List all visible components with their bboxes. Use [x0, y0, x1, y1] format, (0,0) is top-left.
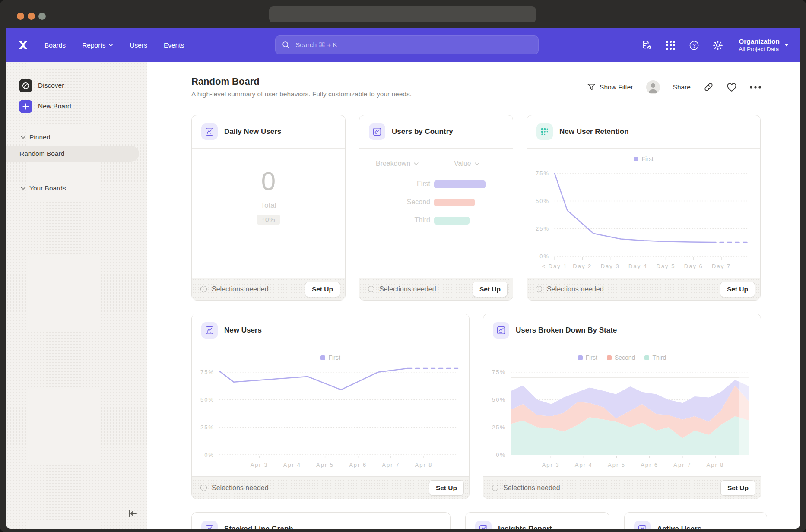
card-title: Daily New Users: [224, 127, 281, 136]
sidebar-item-new-board[interactable]: New Board: [19, 99, 147, 114]
card-title: Users by Country: [392, 127, 453, 136]
svg-text:Apr 6: Apr 6: [641, 462, 658, 468]
collapse-sidebar-icon[interactable]: [127, 509, 138, 518]
chevron-down-icon: [414, 162, 419, 165]
board-header: Random Board A high-level summary of use…: [191, 76, 761, 98]
sidebar-item-discover[interactable]: Discover: [19, 78, 147, 93]
chevron-down-icon: [21, 136, 25, 139]
breakdown-dropdown[interactable]: Breakdown: [376, 160, 419, 168]
chevron-down-icon: [475, 162, 479, 165]
area-chart-canvas: 75%50%25%0%Apr 3Apr 4Apr 5Apr 6Apr 7Apr …: [483, 347, 761, 477]
window-chrome: [0, 0, 806, 28]
plus-icon: [19, 100, 32, 113]
main-content: Random Board A high-level summary of use…: [147, 62, 800, 529]
card-body: BreakdownValueFirstSecondThird: [359, 149, 513, 279]
apps-grid-icon[interactable]: [665, 40, 676, 51]
sidebar-section-pinned[interactable]: Pinned: [21, 133, 147, 141]
line-chart-icon: [369, 124, 385, 140]
page-title: Random Board: [191, 76, 412, 87]
svg-text:Apr 5: Apr 5: [608, 462, 625, 468]
svg-text:0%: 0%: [496, 452, 506, 458]
svg-text:Day 7: Day 7: [712, 263, 731, 269]
nav-item-users[interactable]: Users: [130, 41, 147, 49]
card-header: Users by Country: [359, 115, 513, 149]
card-header: New User Retention: [527, 115, 760, 149]
svg-text:Apr 8: Apr 8: [707, 462, 724, 468]
status-text: Selections needed: [547, 285, 604, 293]
line-chart-icon: [201, 322, 218, 339]
status-text: Selections needed: [212, 484, 269, 492]
setup-button[interactable]: Set Up: [473, 282, 508, 297]
svg-text:Day 6: Day 6: [684, 263, 703, 269]
mixpanel-logo-icon[interactable]: [17, 39, 29, 51]
board-title-block: Random Board A high-level summary of use…: [191, 76, 412, 98]
traffic-light-minimize[interactable]: [28, 13, 35, 20]
value-dropdown[interactable]: Value: [454, 160, 479, 168]
svg-text:Day 4: Day 4: [628, 263, 647, 269]
status-text: Selections needed: [379, 285, 436, 293]
navbar-right: ? Organization All Project Data: [641, 37, 789, 53]
svg-text:Apr 3: Apr 3: [251, 462, 268, 468]
section-label: Pinned: [29, 133, 50, 141]
svg-text:25%: 25%: [536, 225, 549, 232]
traffic-light-zoom[interactable]: [38, 13, 46, 20]
chevron-down-icon: [21, 187, 25, 190]
org-project: All Project Data: [739, 46, 780, 53]
status-text: Selections needed: [503, 484, 560, 492]
card-footer: Selections neededSet Up: [192, 278, 345, 300]
setup-button[interactable]: Set Up: [305, 282, 340, 297]
sidebar-item-random-board[interactable]: Random Board: [6, 146, 139, 162]
card-daily-new-users: Daily New Users0Total↑0%Selections neede…: [191, 115, 346, 301]
share-button[interactable]: Share: [673, 83, 691, 91]
line-chart-icon: [475, 521, 492, 529]
nav-item-reports[interactable]: Reports: [82, 41, 113, 49]
screenshot-root: Boards Reports Users Events: [0, 0, 806, 532]
copy-link-icon[interactable]: [704, 82, 714, 92]
setup-button[interactable]: Set Up: [429, 480, 464, 496]
svg-text:Apr 8: Apr 8: [415, 462, 433, 468]
card-footer: Selections neededSet Up: [483, 476, 761, 499]
status-circle-icon: [200, 286, 207, 292]
breakdown-bar-first: [434, 180, 486, 188]
nav-item-events[interactable]: Events: [164, 41, 184, 49]
svg-text:25%: 25%: [492, 424, 506, 431]
nav-item-label: Boards: [44, 41, 66, 49]
address-bar[interactable]: [269, 6, 536, 22]
svg-text:50%: 50%: [536, 198, 549, 204]
favorite-heart-icon[interactable]: [727, 82, 737, 92]
breakdown-row-label: Third: [359, 216, 430, 224]
card-body: 75%50%25%0%Apr 3Apr 4Apr 5Apr 6Apr 7Apr …: [483, 347, 761, 477]
svg-text:Apr 6: Apr 6: [349, 462, 367, 468]
share-label: Share: [673, 83, 691, 91]
setup-button[interactable]: Set Up: [720, 282, 755, 297]
traffic-light-close[interactable]: [17, 13, 24, 20]
setup-button[interactable]: Set Up: [720, 480, 755, 496]
breakdown-row-label: First: [359, 180, 430, 188]
search-input[interactable]: [295, 41, 532, 49]
svg-text:75%: 75%: [536, 171, 549, 177]
card-insights-report: Insights ReportSelections neededSet Up: [465, 512, 609, 529]
sidebar-section-your-boards[interactable]: Your Boards: [21, 184, 147, 192]
more-options-ellipsis-icon[interactable]: [750, 86, 761, 89]
nav-item-boards[interactable]: Boards: [44, 41, 66, 49]
filter-funnel-icon: [587, 83, 596, 92]
app-body: Discover New Board Pinned Random Board: [6, 62, 800, 529]
breakdown-bar-third: [434, 217, 470, 225]
metric-value: 0: [261, 168, 276, 194]
breakdown-bar-second: [434, 199, 475, 206]
help-icon[interactable]: ?: [689, 40, 700, 51]
card-footer: Selections neededSet Up: [527, 278, 760, 300]
sidebar-item-label: Discover: [38, 82, 64, 89]
breakdown-row: Third: [359, 217, 513, 225]
svg-text:0%: 0%: [204, 452, 214, 458]
card-header: Insights Report: [466, 513, 609, 529]
org-switcher[interactable]: Organization All Project Data: [739, 37, 789, 53]
show-filter-button[interactable]: Show Filter: [587, 83, 633, 92]
svg-text:Day 3: Day 3: [601, 263, 620, 269]
avatar[interactable]: [646, 80, 660, 94]
search-bar[interactable]: [275, 35, 539, 54]
database-gear-icon[interactable]: [641, 40, 652, 51]
svg-text:?: ?: [692, 42, 696, 48]
settings-gear-icon[interactable]: [712, 40, 723, 51]
navbar: Boards Reports Users Events: [6, 28, 800, 62]
